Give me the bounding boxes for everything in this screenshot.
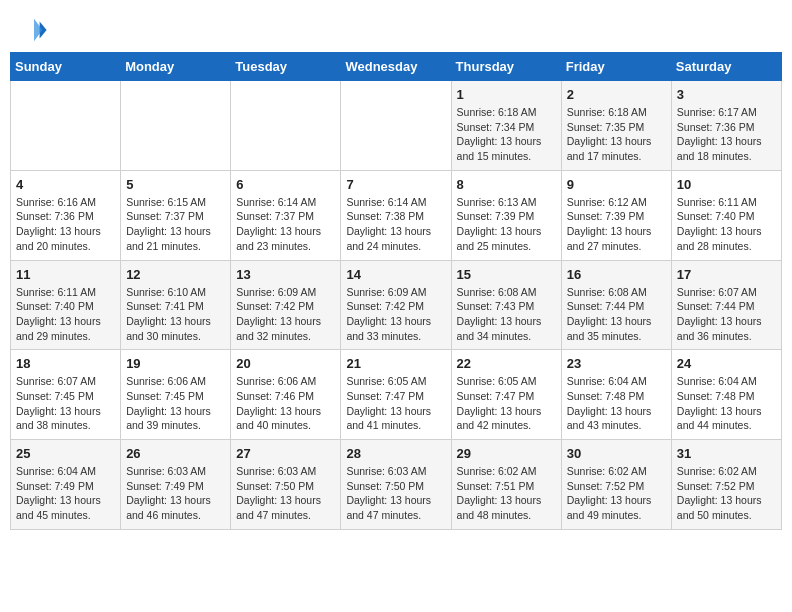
day-number: 15 [457, 267, 556, 282]
day-info: Sunrise: 6:02 AM Sunset: 7:51 PM Dayligh… [457, 464, 556, 523]
day-number: 14 [346, 267, 445, 282]
day-number: 9 [567, 177, 666, 192]
day-info: Sunrise: 6:06 AM Sunset: 7:46 PM Dayligh… [236, 374, 335, 433]
day-cell: 26Sunrise: 6:03 AM Sunset: 7:49 PM Dayli… [121, 440, 231, 530]
weekday-header-sunday: Sunday [11, 53, 121, 81]
day-info: Sunrise: 6:03 AM Sunset: 7:49 PM Dayligh… [126, 464, 225, 523]
day-cell: 11Sunrise: 6:11 AM Sunset: 7:40 PM Dayli… [11, 260, 121, 350]
day-info: Sunrise: 6:03 AM Sunset: 7:50 PM Dayligh… [346, 464, 445, 523]
day-number: 27 [236, 446, 335, 461]
day-number: 13 [236, 267, 335, 282]
svg-marker-1 [34, 19, 42, 41]
day-number: 4 [16, 177, 115, 192]
day-info: Sunrise: 6:02 AM Sunset: 7:52 PM Dayligh… [567, 464, 666, 523]
day-number: 10 [677, 177, 776, 192]
day-cell: 25Sunrise: 6:04 AM Sunset: 7:49 PM Dayli… [11, 440, 121, 530]
day-info: Sunrise: 6:18 AM Sunset: 7:34 PM Dayligh… [457, 105, 556, 164]
day-info: Sunrise: 6:04 AM Sunset: 7:49 PM Dayligh… [16, 464, 115, 523]
page-header [0, 0, 792, 52]
day-cell: 10Sunrise: 6:11 AM Sunset: 7:40 PM Dayli… [671, 170, 781, 260]
day-cell: 7Sunrise: 6:14 AM Sunset: 7:38 PM Daylig… [341, 170, 451, 260]
day-info: Sunrise: 6:04 AM Sunset: 7:48 PM Dayligh… [677, 374, 776, 433]
day-cell: 13Sunrise: 6:09 AM Sunset: 7:42 PM Dayli… [231, 260, 341, 350]
day-cell: 5Sunrise: 6:15 AM Sunset: 7:37 PM Daylig… [121, 170, 231, 260]
day-info: Sunrise: 6:13 AM Sunset: 7:39 PM Dayligh… [457, 195, 556, 254]
day-cell: 30Sunrise: 6:02 AM Sunset: 7:52 PM Dayli… [561, 440, 671, 530]
day-cell: 22Sunrise: 6:05 AM Sunset: 7:47 PM Dayli… [451, 350, 561, 440]
day-info: Sunrise: 6:08 AM Sunset: 7:43 PM Dayligh… [457, 285, 556, 344]
day-number: 28 [346, 446, 445, 461]
week-row-4: 18Sunrise: 6:07 AM Sunset: 7:45 PM Dayli… [11, 350, 782, 440]
day-number: 1 [457, 87, 556, 102]
week-row-3: 11Sunrise: 6:11 AM Sunset: 7:40 PM Dayli… [11, 260, 782, 350]
day-info: Sunrise: 6:16 AM Sunset: 7:36 PM Dayligh… [16, 195, 115, 254]
day-info: Sunrise: 6:14 AM Sunset: 7:38 PM Dayligh… [346, 195, 445, 254]
day-info: Sunrise: 6:15 AM Sunset: 7:37 PM Dayligh… [126, 195, 225, 254]
day-number: 17 [677, 267, 776, 282]
day-info: Sunrise: 6:14 AM Sunset: 7:37 PM Dayligh… [236, 195, 335, 254]
day-info: Sunrise: 6:09 AM Sunset: 7:42 PM Dayligh… [236, 285, 335, 344]
weekday-header-thursday: Thursday [451, 53, 561, 81]
day-info: Sunrise: 6:03 AM Sunset: 7:50 PM Dayligh… [236, 464, 335, 523]
day-info: Sunrise: 6:08 AM Sunset: 7:44 PM Dayligh… [567, 285, 666, 344]
day-cell: 8Sunrise: 6:13 AM Sunset: 7:39 PM Daylig… [451, 170, 561, 260]
day-cell: 9Sunrise: 6:12 AM Sunset: 7:39 PM Daylig… [561, 170, 671, 260]
day-number: 22 [457, 356, 556, 371]
day-cell: 28Sunrise: 6:03 AM Sunset: 7:50 PM Dayli… [341, 440, 451, 530]
day-info: Sunrise: 6:02 AM Sunset: 7:52 PM Dayligh… [677, 464, 776, 523]
day-info: Sunrise: 6:11 AM Sunset: 7:40 PM Dayligh… [16, 285, 115, 344]
day-info: Sunrise: 6:09 AM Sunset: 7:42 PM Dayligh… [346, 285, 445, 344]
day-info: Sunrise: 6:05 AM Sunset: 7:47 PM Dayligh… [346, 374, 445, 433]
day-number: 23 [567, 356, 666, 371]
day-info: Sunrise: 6:10 AM Sunset: 7:41 PM Dayligh… [126, 285, 225, 344]
day-info: Sunrise: 6:05 AM Sunset: 7:47 PM Dayligh… [457, 374, 556, 433]
day-number: 18 [16, 356, 115, 371]
day-number: 29 [457, 446, 556, 461]
day-number: 19 [126, 356, 225, 371]
logo [20, 16, 52, 44]
weekday-header-friday: Friday [561, 53, 671, 81]
day-number: 24 [677, 356, 776, 371]
day-number: 11 [16, 267, 115, 282]
day-info: Sunrise: 6:07 AM Sunset: 7:45 PM Dayligh… [16, 374, 115, 433]
day-number: 8 [457, 177, 556, 192]
day-cell: 14Sunrise: 6:09 AM Sunset: 7:42 PM Dayli… [341, 260, 451, 350]
week-row-5: 25Sunrise: 6:04 AM Sunset: 7:49 PM Dayli… [11, 440, 782, 530]
day-cell [121, 81, 231, 171]
day-number: 21 [346, 356, 445, 371]
day-info: Sunrise: 6:06 AM Sunset: 7:45 PM Dayligh… [126, 374, 225, 433]
day-number: 31 [677, 446, 776, 461]
day-cell: 2Sunrise: 6:18 AM Sunset: 7:35 PM Daylig… [561, 81, 671, 171]
day-number: 2 [567, 87, 666, 102]
day-cell: 27Sunrise: 6:03 AM Sunset: 7:50 PM Dayli… [231, 440, 341, 530]
day-cell: 18Sunrise: 6:07 AM Sunset: 7:45 PM Dayli… [11, 350, 121, 440]
day-cell [341, 81, 451, 171]
day-info: Sunrise: 6:12 AM Sunset: 7:39 PM Dayligh… [567, 195, 666, 254]
day-info: Sunrise: 6:17 AM Sunset: 7:36 PM Dayligh… [677, 105, 776, 164]
day-cell: 24Sunrise: 6:04 AM Sunset: 7:48 PM Dayli… [671, 350, 781, 440]
day-cell [11, 81, 121, 171]
day-number: 30 [567, 446, 666, 461]
weekday-header-tuesday: Tuesday [231, 53, 341, 81]
calendar-table: SundayMondayTuesdayWednesdayThursdayFrid… [10, 52, 782, 530]
day-number: 20 [236, 356, 335, 371]
day-number: 7 [346, 177, 445, 192]
day-info: Sunrise: 6:11 AM Sunset: 7:40 PM Dayligh… [677, 195, 776, 254]
day-number: 26 [126, 446, 225, 461]
day-cell: 16Sunrise: 6:08 AM Sunset: 7:44 PM Dayli… [561, 260, 671, 350]
weekday-header-monday: Monday [121, 53, 231, 81]
logo-icon [20, 16, 48, 44]
week-row-2: 4Sunrise: 6:16 AM Sunset: 7:36 PM Daylig… [11, 170, 782, 260]
weekday-header-row: SundayMondayTuesdayWednesdayThursdayFrid… [11, 53, 782, 81]
day-info: Sunrise: 6:04 AM Sunset: 7:48 PM Dayligh… [567, 374, 666, 433]
day-cell: 6Sunrise: 6:14 AM Sunset: 7:37 PM Daylig… [231, 170, 341, 260]
day-cell: 17Sunrise: 6:07 AM Sunset: 7:44 PM Dayli… [671, 260, 781, 350]
day-cell: 3Sunrise: 6:17 AM Sunset: 7:36 PM Daylig… [671, 81, 781, 171]
day-cell: 12Sunrise: 6:10 AM Sunset: 7:41 PM Dayli… [121, 260, 231, 350]
day-info: Sunrise: 6:07 AM Sunset: 7:44 PM Dayligh… [677, 285, 776, 344]
day-cell: 15Sunrise: 6:08 AM Sunset: 7:43 PM Dayli… [451, 260, 561, 350]
day-cell: 19Sunrise: 6:06 AM Sunset: 7:45 PM Dayli… [121, 350, 231, 440]
day-number: 16 [567, 267, 666, 282]
week-row-1: 1Sunrise: 6:18 AM Sunset: 7:34 PM Daylig… [11, 81, 782, 171]
day-number: 25 [16, 446, 115, 461]
